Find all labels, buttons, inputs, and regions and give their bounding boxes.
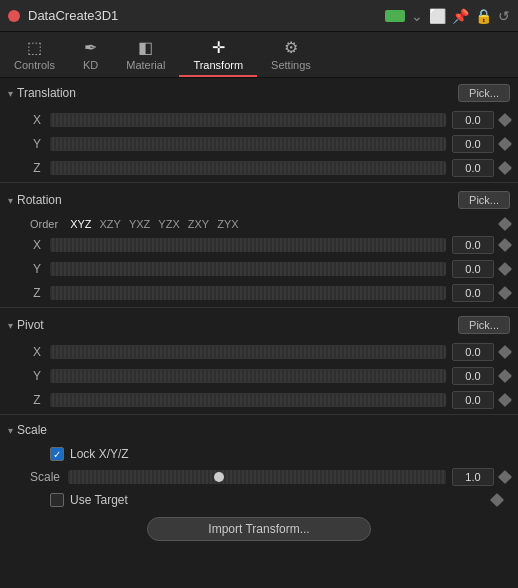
tab-transform[interactable]: ✛ Transform [179, 32, 257, 77]
tab-settings[interactable]: ⚙ Settings [257, 32, 325, 77]
rotation-y-slider[interactable] [50, 262, 446, 276]
pivot-x-input[interactable] [452, 343, 494, 361]
scale-value-input[interactable] [452, 468, 494, 486]
content-area: ▾ Translation Pick... X Y Z ▾ Rotation P… [0, 78, 518, 582]
translation-y-input[interactable] [452, 135, 494, 153]
rotation-y-row: Y [0, 257, 518, 281]
scale-row: Scale [0, 465, 518, 489]
translation-z-label: Z [30, 161, 44, 175]
pivot-y-slider[interactable] [50, 369, 446, 383]
lock-label: Lock X/Y/Z [70, 447, 129, 461]
pivot-title: Pivot [17, 318, 44, 332]
pivot-z-input[interactable] [452, 391, 494, 409]
tab-bar: ⬚ Controls ✒ KD ◧ Material ✛ Transform ⚙… [0, 32, 518, 78]
tab-kd[interactable]: ✒ KD [69, 32, 112, 77]
rotation-chevron: ▾ [8, 195, 13, 206]
rotation-x-slider[interactable] [50, 238, 446, 252]
pivot-x-slider[interactable] [50, 345, 446, 359]
titlebar: DataCreate3D1 ⌄ ⬜ 📌 🔒 ↺ [0, 0, 518, 32]
translation-section-header[interactable]: ▾ Translation Pick... [0, 78, 518, 108]
use-target-keyframe[interactable] [490, 493, 504, 507]
rotation-y-keyframe[interactable] [498, 262, 512, 276]
translation-z-slider[interactable] [50, 161, 446, 175]
translation-y-slider[interactable] [50, 137, 446, 151]
rotation-z-label: Z [30, 286, 44, 300]
rotation-x-row: X [0, 233, 518, 257]
rotation-y-label: Y [30, 262, 44, 276]
translation-title: Translation [17, 86, 76, 100]
rotation-z-keyframe[interactable] [498, 286, 512, 300]
lock-row: ✓ Lock X/Y/Z [0, 443, 518, 465]
rotation-z-slider[interactable] [50, 286, 446, 300]
translation-y-label: Y [30, 137, 44, 151]
translation-x-keyframe[interactable] [498, 113, 512, 127]
translation-x-input[interactable] [452, 111, 494, 129]
window-title: DataCreate3D1 [28, 8, 377, 23]
tab-material[interactable]: ◧ Material [112, 32, 179, 77]
refresh-icon[interactable]: ↺ [498, 8, 510, 24]
translation-pick-button[interactable]: Pick... [458, 84, 510, 102]
translation-z-input[interactable] [452, 159, 494, 177]
rotation-x-input[interactable] [452, 236, 494, 254]
rotation-x-keyframe[interactable] [498, 238, 512, 252]
controls-icon: ⬚ [27, 38, 42, 57]
translation-z-keyframe[interactable] [498, 161, 512, 175]
rotation-z-input[interactable] [452, 284, 494, 302]
order-zyx[interactable]: ZYX [217, 218, 238, 230]
pivot-x-keyframe[interactable] [498, 345, 512, 359]
transform-icon: ✛ [212, 38, 225, 57]
pivot-z-row: Z [0, 388, 518, 412]
chevron-down-icon[interactable]: ⌄ [411, 8, 423, 24]
scale-keyframe[interactable] [498, 470, 512, 484]
order-zxy[interactable]: ZXY [188, 218, 209, 230]
scale-thumb [214, 472, 224, 482]
rotation-y-input[interactable] [452, 260, 494, 278]
order-xyz[interactable]: XYZ [70, 218, 91, 230]
scale-title: Scale [17, 423, 47, 437]
scale-field-label: Scale [30, 470, 62, 484]
titlebar-controls: ⌄ ⬜ 📌 🔒 ↺ [385, 8, 510, 24]
close-dot[interactable] [8, 10, 20, 22]
use-target-row: Use Target [0, 489, 518, 511]
translation-x-slider[interactable] [50, 113, 446, 127]
translation-x-label: X [30, 113, 44, 127]
order-xzy[interactable]: XZY [100, 218, 121, 230]
rotation-section-header[interactable]: ▾ Rotation Pick... [0, 185, 518, 215]
pivot-pick-button[interactable]: Pick... [458, 316, 510, 334]
pivot-chevron: ▾ [8, 320, 13, 331]
translation-x-row: X [0, 108, 518, 132]
translation-y-keyframe[interactable] [498, 137, 512, 151]
scale-slider[interactable] [68, 470, 446, 484]
pivot-x-row: X [0, 340, 518, 364]
kd-icon: ✒ [84, 38, 97, 57]
scale-chevron: ▾ [8, 425, 13, 436]
pivot-z-label: Z [30, 393, 44, 407]
pivot-x-label: X [30, 345, 44, 359]
rotation-order-label: Order [30, 218, 58, 230]
pivot-section-header[interactable]: ▾ Pivot Pick... [0, 310, 518, 340]
translation-z-row: Z [0, 156, 518, 180]
rotation-x-label: X [30, 238, 44, 252]
window-icon[interactable]: ⬜ [429, 8, 446, 24]
lock-icon[interactable]: 🔒 [475, 8, 492, 24]
rotation-order-keyframe[interactable] [498, 217, 512, 231]
scale-section-header[interactable]: ▾ Scale [0, 417, 518, 443]
pivot-y-keyframe[interactable] [498, 369, 512, 383]
pivot-z-keyframe[interactable] [498, 393, 512, 407]
pivot-y-row: Y [0, 364, 518, 388]
order-yzx[interactable]: YZX [158, 218, 179, 230]
pivot-z-slider[interactable] [50, 393, 446, 407]
lock-checkbox[interactable]: ✓ [50, 447, 64, 461]
rotation-pick-button[interactable]: Pick... [458, 191, 510, 209]
tab-controls[interactable]: ⬚ Controls [0, 32, 69, 77]
rotation-order-row: Order XYZ XZY YXZ YZX ZXY ZYX [0, 215, 518, 233]
import-transform-button[interactable]: Import Transform... [147, 517, 370, 541]
use-target-checkbox[interactable] [50, 493, 64, 507]
translation-y-row: Y [0, 132, 518, 156]
translation-chevron: ▾ [8, 88, 13, 99]
use-target-label: Use Target [70, 493, 128, 507]
order-yxz[interactable]: YXZ [129, 218, 150, 230]
pin-icon[interactable]: 📌 [452, 8, 469, 24]
status-indicator [385, 10, 405, 22]
pivot-y-input[interactable] [452, 367, 494, 385]
